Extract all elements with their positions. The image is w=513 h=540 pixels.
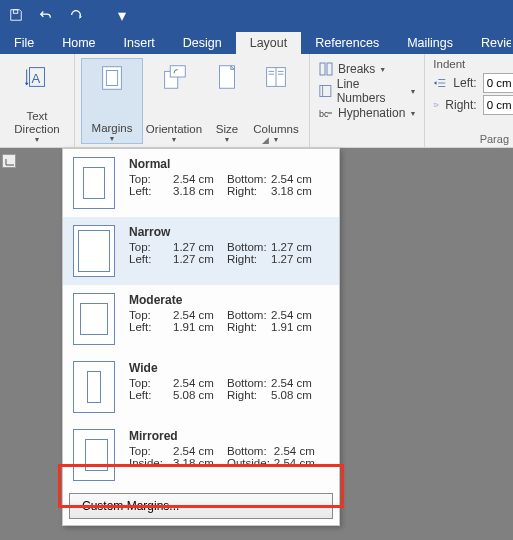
margin-preset-mirrored[interactable]: Mirrored Top:2.54 cmBottom:2.54 cm Insid… <box>63 421 339 489</box>
custom-margins-button[interactable]: Custom Margins... <box>69 493 333 519</box>
svg-rect-14 <box>320 63 325 75</box>
group-page-setup-2: Breaks▼ Line Numbers▼ bc Hyphenation▼ ◢ <box>310 54 425 147</box>
tab-selector[interactable] <box>2 154 16 168</box>
svg-rect-6 <box>170 66 185 77</box>
tab-file[interactable]: File <box>0 32 48 54</box>
preset-thumb-icon <box>73 361 115 413</box>
paragraph-group-label: Parag <box>480 133 509 145</box>
svg-rect-0 <box>13 10 17 14</box>
margin-preset-narrow[interactable]: Narrow Top:1.27 cmBottom:1.27 cm Left:1.… <box>63 217 339 285</box>
chevron-down-icon: ▼ <box>171 136 178 144</box>
group-page-setup: Margins▼ Orientation▼ Size▼ Columns▼ <box>75 54 310 147</box>
text-direction-label: TextDirection <box>14 110 59 136</box>
document-canvas: Normal Top:2.54 cmBottom:2.54 cm Left:3.… <box>0 148 513 540</box>
svg-rect-16 <box>320 85 331 96</box>
group-text-direction: A TextDirection▼ <box>0 54 75 147</box>
chevron-down-icon: ▼ <box>224 136 231 144</box>
indent-left-label: Left: <box>453 76 476 90</box>
preset-thumb-icon <box>73 293 115 345</box>
quick-access-toolbar: ▾ <box>0 0 513 30</box>
preset-name: Wide <box>129 361 158 375</box>
size-button[interactable]: Size▼ <box>205 58 249 144</box>
margins-label: Margins <box>92 122 133 135</box>
preset-name: Narrow <box>129 225 170 239</box>
tab-home[interactable]: Home <box>48 32 109 54</box>
line-numbers-button[interactable]: Line Numbers▼ <box>318 80 416 102</box>
undo-icon[interactable] <box>38 7 54 23</box>
qat-customize-icon[interactable]: ▾ <box>114 7 130 23</box>
preset-name: Normal <box>129 157 170 171</box>
preset-thumb-icon <box>73 157 115 209</box>
margin-preset-wide[interactable]: Wide Top:2.54 cmBottom:2.54 cm Left:5.08… <box>63 353 339 421</box>
tab-design[interactable]: Design <box>169 32 236 54</box>
margin-preset-moderate[interactable]: Moderate Top:2.54 cmBottom:2.54 cm Left:… <box>63 285 339 353</box>
tab-layout[interactable]: Layout <box>236 32 302 54</box>
margin-preset-normal[interactable]: Normal Top:2.54 cmBottom:2.54 cm Left:3.… <box>63 149 339 217</box>
tab-review[interactable]: Revie <box>467 32 511 54</box>
page-setup-launcher-icon[interactable]: ◢ <box>262 135 269 145</box>
columns-label: Columns <box>253 123 298 136</box>
svg-text:A: A <box>31 71 40 86</box>
indent-right-input[interactable]: ▲▼ <box>483 95 513 115</box>
margins-button[interactable]: Margins▼ <box>81 58 143 144</box>
redo-icon[interactable] <box>68 7 84 23</box>
orientation-label: Orientation <box>146 123 202 136</box>
ribbon-tabs: File Home Insert Design Layout Reference… <box>0 30 513 54</box>
indent-right-label: Right: <box>445 98 476 112</box>
orientation-button[interactable]: Orientation▼ <box>143 58 205 144</box>
indent-group-label: Indent <box>433 58 513 70</box>
hyphenation-button[interactable]: bc Hyphenation▼ <box>318 102 416 124</box>
hyphenation-label: Hyphenation <box>338 106 405 120</box>
indent-right-icon <box>433 102 439 108</box>
preset-thumb-icon <box>73 429 115 481</box>
preset-thumb-icon <box>73 225 115 277</box>
line-numbers-label: Line Numbers <box>337 77 406 105</box>
indent-left-icon <box>433 76 447 90</box>
svg-rect-15 <box>327 63 332 75</box>
svg-text:bc: bc <box>319 109 329 119</box>
save-icon[interactable] <box>8 7 24 23</box>
margins-dropdown: Normal Top:2.54 cmBottom:2.54 cm Left:3.… <box>62 148 340 526</box>
size-label: Size <box>216 123 238 136</box>
chevron-down-icon: ▼ <box>34 136 41 144</box>
tab-insert[interactable]: Insert <box>110 32 169 54</box>
breaks-label: Breaks <box>338 62 375 76</box>
text-direction-button[interactable]: A TextDirection▼ <box>6 58 68 144</box>
preset-name: Moderate <box>129 293 182 307</box>
chevron-down-icon: ▼ <box>109 135 116 143</box>
indent-left-input[interactable]: ▲▼ <box>483 73 513 93</box>
tab-mailings[interactable]: Mailings <box>393 32 467 54</box>
preset-name: Mirrored <box>129 429 178 443</box>
tab-references[interactable]: References <box>301 32 393 54</box>
columns-button[interactable]: Columns▼ <box>249 58 303 144</box>
ribbon: A TextDirection▼ Margins▼ Orientation▼ S… <box>0 54 513 148</box>
chevron-down-icon: ▼ <box>273 136 280 144</box>
